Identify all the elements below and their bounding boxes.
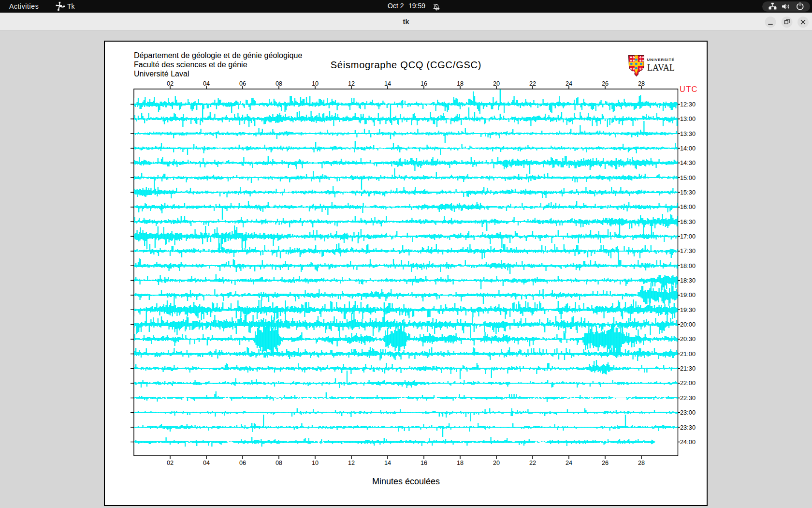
svg-text:24: 24 (566, 460, 572, 466)
svg-text:13:00: 13:00 (680, 115, 696, 122)
svg-text:20:30: 20:30 (680, 335, 696, 343)
svg-text:28: 28 (638, 460, 645, 466)
svg-text:LAVAL: LAVAL (647, 63, 675, 73)
svg-text:22: 22 (529, 460, 536, 466)
svg-text:18: 18 (457, 460, 464, 466)
svg-text:15:00: 15:00 (680, 174, 696, 181)
svg-text:18:30: 18:30 (680, 277, 696, 284)
svg-text:22: 22 (529, 80, 536, 87)
svg-text:02: 02 (167, 80, 174, 87)
svg-text:28: 28 (638, 80, 645, 87)
svg-text:08: 08 (276, 460, 282, 466)
svg-text:08: 08 (276, 80, 282, 87)
svg-text:UNIVERSITÉ: UNIVERSITÉ (647, 58, 675, 62)
svg-text:14:00: 14:00 (680, 145, 696, 152)
svg-text:16: 16 (420, 460, 427, 466)
svg-text:24: 24 (566, 80, 572, 87)
svg-text:23:30: 23:30 (680, 424, 696, 431)
svg-text:04: 04 (203, 460, 210, 466)
svg-text:Université Laval: Université Laval (134, 70, 189, 78)
svg-text:Oct 2: Oct 2 (388, 2, 404, 10)
svg-text:20:00: 20:00 (680, 321, 696, 328)
svg-text:17:00: 17:00 (680, 233, 696, 240)
svg-text:26: 26 (602, 80, 609, 87)
svg-text:12: 12 (348, 460, 355, 466)
svg-text:Séismographe QCQ (CGC/GSC): Séismographe QCQ (CGC/GSC) (331, 60, 482, 70)
svg-text:Département de géologie et de: Département de géologie et de génie géol… (134, 51, 302, 60)
svg-text:15:30: 15:30 (680, 189, 696, 196)
svg-text:19:00: 19:00 (680, 291, 696, 299)
svg-text:19:59: 19:59 (408, 2, 425, 10)
svg-text:14: 14 (384, 80, 391, 87)
svg-text:18:00: 18:00 (680, 262, 696, 269)
svg-text:21:30: 21:30 (680, 365, 696, 372)
svg-text:12: 12 (348, 80, 355, 87)
svg-text:23:00: 23:00 (680, 409, 696, 416)
svg-text:20: 20 (493, 80, 500, 87)
svg-text:18: 18 (457, 80, 464, 87)
svg-text:06: 06 (239, 80, 246, 87)
svg-text:22:30: 22:30 (680, 394, 696, 402)
svg-text:10: 10 (312, 80, 319, 87)
svg-text:14: 14 (384, 460, 391, 466)
svg-text:tk: tk (403, 18, 410, 26)
svg-text:22:00: 22:00 (680, 379, 696, 387)
svg-text:16:00: 16:00 (680, 203, 696, 210)
svg-text:Faculté des sciences et de gén: Faculté des sciences et de génie (134, 60, 247, 69)
svg-text:17:30: 17:30 (680, 247, 696, 254)
svg-text:24:00: 24:00 (680, 438, 696, 446)
svg-text:10: 10 (312, 460, 319, 466)
svg-text:13:30: 13:30 (680, 130, 696, 137)
svg-text:04: 04 (203, 80, 210, 87)
svg-text:Tk: Tk (67, 2, 75, 10)
svg-text:16:30: 16:30 (680, 218, 696, 225)
svg-text:12:30: 12:30 (680, 101, 696, 108)
svg-text:UTC: UTC (680, 85, 698, 93)
svg-text:19:30: 19:30 (680, 306, 696, 314)
svg-text:Minutes écoulées: Minutes écoulées (372, 477, 440, 486)
svg-text:20: 20 (493, 460, 500, 466)
svg-text:26: 26 (602, 460, 609, 466)
svg-text:21:00: 21:00 (680, 350, 696, 358)
svg-text:16: 16 (420, 80, 427, 87)
svg-text:06: 06 (239, 460, 246, 466)
svg-text:02: 02 (167, 460, 174, 466)
svg-text:Activities: Activities (9, 2, 39, 10)
svg-text:14:30: 14:30 (680, 159, 696, 166)
